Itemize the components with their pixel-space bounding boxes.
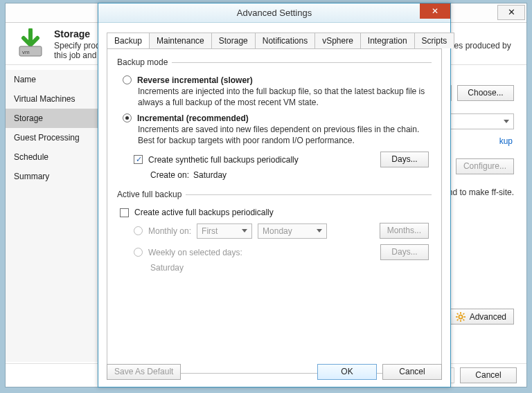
sidebar-item-summary[interactable]: Summary bbox=[6, 167, 107, 186]
active-full-label[interactable]: Create active full backups periodically bbox=[134, 208, 274, 217]
svg-line-9 bbox=[456, 319, 458, 320]
sidebar-item-name[interactable]: Name bbox=[6, 70, 107, 89]
radio-reverse-label[interactable]: Reverse incremental (slower) bbox=[137, 75, 253, 85]
ok-button[interactable]: OK bbox=[317, 364, 377, 380]
active-full-group: Active full backup Create active full ba… bbox=[117, 190, 432, 273]
monthly-weekday-select: Monday bbox=[258, 223, 327, 239]
months-button: Months... bbox=[380, 223, 429, 239]
parent-cancel-button[interactable]: Cancel bbox=[460, 367, 517, 383]
svg-line-10 bbox=[463, 313, 464, 314]
create-on-value: Saturday bbox=[193, 170, 227, 180]
sidebar-item-virtual-machines[interactable]: Virtual Machines bbox=[6, 89, 107, 109]
sidebar-item-schedule[interactable]: Schedule bbox=[6, 147, 107, 167]
tab-maintenance[interactable]: Maintenance bbox=[149, 33, 212, 48]
close-icon: ✕ bbox=[508, 7, 515, 17]
synthetic-label[interactable]: Create synthetic full backups periodical… bbox=[148, 155, 299, 165]
choose-button[interactable]: Choose... bbox=[457, 85, 514, 101]
checkbox-active-full[interactable] bbox=[120, 208, 129, 217]
backup-link[interactable]: kup bbox=[499, 136, 513, 146]
tab-scripts[interactable]: Scripts bbox=[414, 33, 455, 48]
radio-reverse-incremental[interactable] bbox=[123, 75, 132, 84]
svg-text:vm: vm bbox=[22, 49, 30, 55]
tab-vsphere[interactable]: vSphere bbox=[314, 33, 361, 48]
gear-icon bbox=[456, 312, 466, 322]
reverse-desc: Increments are injected into the full ba… bbox=[138, 86, 432, 108]
wizard-sidebar: Name Virtual Machines Storage Guest Proc… bbox=[6, 70, 108, 362]
chevron-down-icon bbox=[504, 120, 509, 123]
svg-line-7 bbox=[456, 313, 458, 314]
advanced-button-label: Advanced bbox=[470, 312, 506, 322]
dialog-close-button[interactable]: ✕ bbox=[420, 3, 450, 19]
storage-icon: vm bbox=[15, 28, 46, 59]
synthetic-days-button[interactable]: Days... bbox=[380, 152, 429, 167]
tab-integration[interactable]: Integration bbox=[360, 33, 415, 48]
sidebar-item-storage[interactable]: Storage bbox=[6, 109, 107, 128]
radio-weekly bbox=[134, 248, 143, 257]
chevron-down-icon bbox=[317, 229, 322, 232]
advanced-button-wrap: Advanced bbox=[448, 309, 514, 325]
parent-close-button[interactable]: ✕ bbox=[497, 5, 525, 20]
active-full-legend: Active full backup bbox=[117, 190, 186, 199]
advanced-settings-dialog: Advanced Settings ✕ Backup Maintenance S… bbox=[98, 3, 451, 387]
tab-notifications[interactable]: Notifications bbox=[255, 33, 315, 48]
incremental-desc: Increments are saved into new files depe… bbox=[138, 125, 432, 146]
radio-incremental[interactable] bbox=[123, 113, 132, 122]
create-on-label: Create on: bbox=[150, 170, 189, 180]
radio-incremental-label[interactable]: Incremental (recommended) bbox=[137, 113, 249, 123]
weekly-label: Weekly on selected days: bbox=[148, 248, 242, 257]
close-icon: ✕ bbox=[432, 6, 438, 16]
tab-sheet: Backup mode Reverse incremental (slower)… bbox=[107, 48, 442, 374]
tab-backup[interactable]: Backup bbox=[107, 33, 150, 48]
cancel-button[interactable]: Cancel bbox=[382, 364, 442, 380]
radio-monthly bbox=[134, 226, 143, 235]
advanced-button[interactable]: Advanced bbox=[448, 309, 514, 325]
tab-storage[interactable]: Storage bbox=[211, 33, 256, 48]
weekly-days-button: Days... bbox=[380, 244, 429, 260]
dialog-footer: Save As Default OK Cancel bbox=[107, 364, 442, 380]
checkbox-synthetic[interactable] bbox=[134, 155, 143, 164]
save-as-default-button[interactable]: Save As Default bbox=[107, 364, 181, 380]
tab-strip: Backup Maintenance Storage Notifications… bbox=[98, 23, 450, 48]
configure-button: Configure... bbox=[456, 158, 514, 174]
dialog-title: Advanced Settings bbox=[237, 8, 312, 18]
sidebar-item-guest-processing[interactable]: Guest Processing bbox=[6, 128, 107, 147]
svg-point-2 bbox=[459, 315, 462, 318]
chevron-down-icon bbox=[242, 229, 247, 232]
dialog-title-bar: Advanced Settings ✕ bbox=[98, 3, 450, 23]
monthly-ordinal-select: First bbox=[197, 223, 252, 239]
monthly-label: Monthly on: bbox=[148, 226, 191, 236]
backup-mode-legend: Backup mode bbox=[117, 57, 172, 67]
svg-line-8 bbox=[463, 319, 464, 320]
weekly-value: Saturday bbox=[150, 263, 184, 273]
backup-mode-group: Backup mode Reverse incremental (slower)… bbox=[117, 57, 432, 180]
